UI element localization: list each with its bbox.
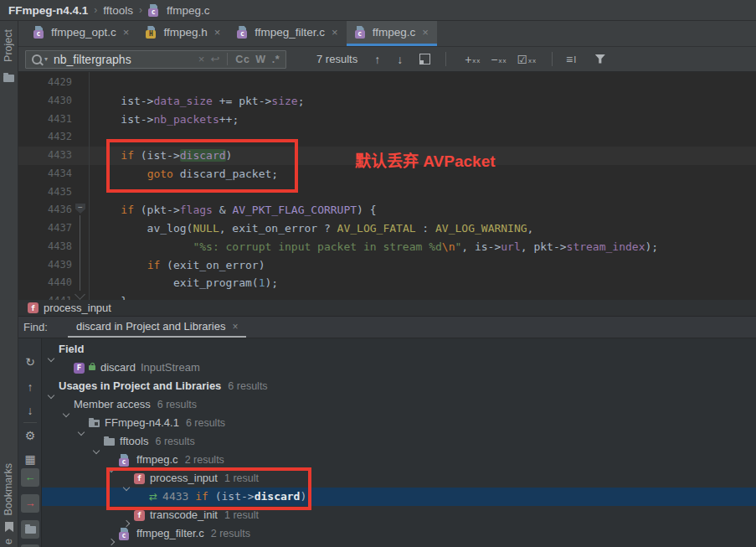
annotation-text: 默认丢弃 AVPacket xyxy=(355,148,496,171)
bookmarks-stripe-button[interactable]: Bookmarks xyxy=(3,463,14,516)
code-line-4430[interactable]: 4430 ist->data_size += pkt->size; xyxy=(18,92,756,111)
divider xyxy=(445,52,446,66)
filter-icon[interactable] xyxy=(594,54,605,65)
line-number: 4432 xyxy=(18,128,89,147)
tree-row-FFmpeg-n4.4.1[interactable]: FFmpeg-n4.4.16 results xyxy=(42,414,756,432)
match-case-toggle[interactable]: Cc xyxy=(235,54,249,65)
tab-ffmpeg_filter.c[interactable]: cffmpeg_filter.c× xyxy=(229,21,346,46)
code-line-4438[interactable]: 4438 "%s: corrupt input packet in stream… xyxy=(18,238,756,256)
line-number: 4439 xyxy=(18,256,89,275)
tree-label: Usages in Project and Libraries xyxy=(59,377,221,395)
close-icon[interactable]: × xyxy=(123,26,130,39)
tree-label: FFmpeg-n4.4.1 xyxy=(105,414,179,432)
search-in-selection-icon[interactable]: ≡I xyxy=(566,53,576,66)
breadcrumb-separator: › xyxy=(139,4,142,16)
clear-search-icon[interactable]: × xyxy=(198,53,205,65)
tree-row-result[interactable]: ⇄4433 if (ist->discard) xyxy=(42,488,756,506)
code-line-4441[interactable]: 4441 } xyxy=(18,292,756,300)
select-all-occurrences-icon[interactable] xyxy=(419,54,430,65)
tree-label: Field xyxy=(59,340,84,359)
tree-row-discard[interactable]: FdiscardInputStream xyxy=(42,359,756,377)
breadcrumb-folder[interactable]: fftools xyxy=(103,4,133,17)
tree-row-ffmpeg_filter.c[interactable]: cffmpeg_filter.c2 results xyxy=(42,524,756,543)
search-dropdown-icon[interactable]: ▾ xyxy=(44,55,48,63)
tree-meta: InputStream xyxy=(141,359,200,377)
refresh-icon[interactable]: ↻ xyxy=(18,355,42,369)
code-line-4440[interactable]: 4440 exit_program(1); xyxy=(18,274,756,292)
find-header: Find: discard in Project and Libraries × xyxy=(18,317,756,338)
tab-ffmpeg_opt.c[interactable]: cffmpeg_opt.c× xyxy=(25,21,137,46)
code-lines: 44294430 ist->data_size += pkt->size;443… xyxy=(18,74,756,300)
regex-toggle[interactable]: .* xyxy=(272,54,280,65)
prev-occurrence-icon[interactable]: ↑ xyxy=(374,53,380,66)
tab-ffmpeg.h[interactable]: Hffmpeg.h× xyxy=(137,21,229,46)
code-line-4429[interactable]: 4429 xyxy=(18,74,756,92)
search-toolbar: ▾ nb_filtergraphs × ↩ Cc W .* 7 results … xyxy=(18,47,756,72)
folder-gear-icon xyxy=(25,526,36,534)
tree-row-Member access[interactable]: Member access6 results xyxy=(42,395,756,414)
context-function-name[interactable]: process_input xyxy=(44,302,111,314)
close-icon[interactable]: × xyxy=(422,26,429,39)
search-history-icon[interactable]: ↩ xyxy=(210,53,219,65)
divider xyxy=(227,53,228,65)
tree-row-fftools[interactable]: fftools6 results xyxy=(42,432,756,451)
close-icon[interactable]: × xyxy=(214,26,221,39)
tree-row-process_input[interactable]: fprocess_input1 result xyxy=(42,469,756,488)
result-count: 1 result xyxy=(224,506,259,524)
add-occurrence-icon[interactable]: +xx xyxy=(465,54,481,65)
line-number: 4429 xyxy=(18,74,89,92)
find-results-tab[interactable]: discard in Project and Libraries × xyxy=(68,320,247,338)
code-line-4437[interactable]: 4437 av_log(NULL, exit_on_error ? AV_LOG… xyxy=(18,219,756,238)
tree-row-ffmpeg.c[interactable]: cffmpeg.c2 results xyxy=(42,451,756,469)
export-folder-button[interactable] xyxy=(21,520,39,539)
tree-label: discard xyxy=(100,359,136,377)
code-line-4435[interactable]: 4435 xyxy=(18,183,756,202)
toggle-occurrences-icon[interactable]: ☑xx xyxy=(517,54,537,65)
settings-gear-icon[interactable]: ⚙ xyxy=(18,429,42,442)
code-editor[interactable]: 44294430 ist->data_size += pkt->size;443… xyxy=(18,72,756,300)
result-count: 6 results xyxy=(157,395,197,414)
c-file-icon: c xyxy=(33,26,46,39)
search-icon xyxy=(32,54,42,65)
navigate-from-source-button[interactable]: → xyxy=(21,494,39,513)
context-bar: f process_input xyxy=(18,300,756,317)
line-number: 4434 xyxy=(18,165,89,183)
close-tab-icon[interactable]: × xyxy=(232,321,238,333)
divider xyxy=(552,52,553,66)
move-up-icon[interactable]: ↑ xyxy=(18,380,42,394)
h-file-icon: H xyxy=(146,26,158,39)
ide-window: FFmpeg-n4.4.1 › fftools › c ffmpeg.c Pro… xyxy=(0,0,756,547)
tab-bar: cffmpeg_opt.c×Hffmpeg.h×cffmpeg_filter.c… xyxy=(18,21,756,47)
bookmark-icon[interactable] xyxy=(5,522,13,532)
tab-ffmpeg.c[interactable]: cffmpeg.c× xyxy=(347,21,437,46)
tree-row-Field[interactable]: Field xyxy=(42,340,756,359)
project-folder-icon[interactable] xyxy=(3,75,14,82)
search-field[interactable]: ▾ nb_filtergraphs × ↩ Cc W .* xyxy=(25,50,286,69)
tree-row-Usages in Project and Libraries[interactable]: Usages in Project and Libraries6 results xyxy=(42,377,756,395)
next-occurrence-icon[interactable]: ↓ xyxy=(397,53,403,66)
line-number: 4438 xyxy=(18,238,89,256)
line-number: 4437 xyxy=(18,219,89,238)
search-query[interactable]: nb_filtergraphs xyxy=(54,53,193,66)
code-line-4436[interactable]: 4436 if (pkt->flags & AV_PKT_FLAG_CORRUP… xyxy=(18,201,756,219)
lock-icon xyxy=(89,365,95,370)
move-down-icon[interactable]: ↓ xyxy=(18,404,42,417)
remove-occurrence-icon[interactable]: −xx xyxy=(491,54,507,65)
tree-row-transcode_init[interactable]: ftranscode_init1 result xyxy=(42,506,756,524)
project-stripe-button[interactable]: Project xyxy=(3,29,14,62)
code-line-4439[interactable]: 4439 if (exit_on_error) xyxy=(18,256,756,275)
code-line-4431[interactable]: 4431 ist->nb_packets++; xyxy=(18,111,756,129)
group-by-icon[interactable]: ▦ xyxy=(18,452,42,466)
tree-label: ffmpeg_filter.c xyxy=(136,524,204,543)
stripe-partial-label[interactable]: e xyxy=(3,539,14,544)
whole-words-toggle[interactable]: W xyxy=(255,54,265,65)
line-number: 4430 xyxy=(18,92,89,111)
find-toolbar: ↻ ↑ ↓ ⚙ ▦ ← → ℹ xyxy=(18,338,42,547)
breadcrumb-file[interactable]: ffmpeg.c xyxy=(167,4,210,17)
gutter-separator xyxy=(89,72,90,300)
c-file-icon: c xyxy=(119,454,131,467)
breadcrumb-project[interactable]: FFmpeg-n4.4.1 xyxy=(8,4,88,17)
close-icon[interactable]: × xyxy=(332,26,338,39)
navigate-to-source-button[interactable]: ← xyxy=(21,468,39,487)
code-line-4432[interactable]: 4432 xyxy=(18,128,756,147)
